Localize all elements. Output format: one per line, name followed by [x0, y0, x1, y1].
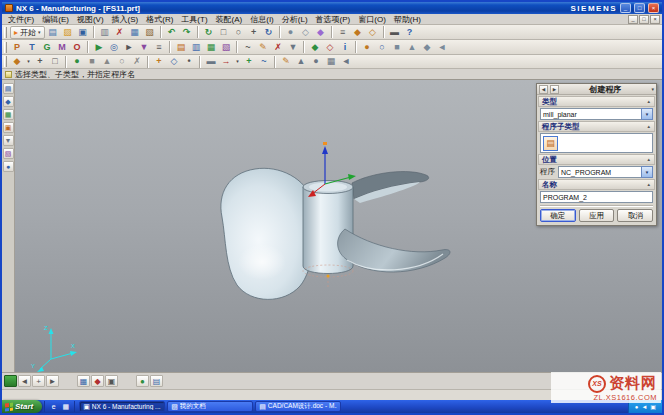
- simulate-machine-icon[interactable]: ►: [122, 41, 136, 54]
- toolbar-grip[interactable]: [4, 42, 7, 53]
- type-combo-dropdown-icon[interactable]: ▼: [641, 108, 653, 120]
- show-hide-icon[interactable]: ○: [375, 41, 389, 54]
- fit-view-icon[interactable]: □: [217, 26, 231, 39]
- copy-icon[interactable]: ▦: [128, 26, 142, 39]
- open-icon[interactable]: ▨: [61, 26, 75, 39]
- point-constructor-icon[interactable]: •: [182, 55, 196, 68]
- pan-icon[interactable]: +: [247, 26, 261, 39]
- save-icon[interactable]: ▣: [76, 26, 90, 39]
- menu-item[interactable]: 窗口(O): [354, 14, 390, 25]
- window-icon[interactable]: ▬: [388, 26, 402, 39]
- quick-launch-ie-icon[interactable]: e: [48, 401, 59, 412]
- snap-enable-icon[interactable]: ●: [70, 55, 84, 68]
- caret-icon[interactable]: ▾: [234, 55, 241, 68]
- mirror-icon[interactable]: ◄: [339, 55, 353, 68]
- ime-keyboard-icon[interactable]: ▦: [77, 375, 90, 387]
- operation-navigator-icon[interactable]: ▣: [3, 122, 14, 133]
- tray-volume-icon[interactable]: ◄: [641, 404, 647, 410]
- create-tool-icon[interactable]: T: [25, 41, 39, 54]
- ime-settings-icon[interactable]: ▣: [105, 375, 118, 387]
- method-view-icon[interactable]: ▧: [219, 41, 233, 54]
- location-section-header[interactable]: 位置 ▲: [538, 154, 655, 165]
- program-subtype-icon[interactable]: ▤: [543, 136, 558, 151]
- tray-antivirus-icon[interactable]: ●: [635, 404, 639, 410]
- isometric-view-icon[interactable]: ◆: [420, 41, 434, 54]
- close-button[interactable]: ×: [648, 3, 659, 13]
- mdi-minimize-button[interactable]: _: [628, 15, 638, 24]
- create-operation-icon[interactable]: O: [70, 41, 84, 54]
- mdi-restore-button[interactable]: □: [639, 15, 649, 24]
- pattern-icon[interactable]: ▦: [324, 55, 338, 68]
- create-geometry-icon[interactable]: G: [40, 41, 54, 54]
- generate-toolpath-icon[interactable]: ▶: [92, 41, 106, 54]
- orient-view-icon[interactable]: ◆: [314, 26, 328, 39]
- show-toolpath-icon[interactable]: ~: [241, 41, 255, 54]
- post-process-icon[interactable]: ▼: [137, 41, 151, 54]
- reuse-library-icon[interactable]: ▧: [3, 148, 14, 159]
- endpoint-snap-icon[interactable]: ■: [85, 55, 99, 68]
- vector-icon[interactable]: →: [219, 55, 233, 68]
- tray-network-icon[interactable]: ▣: [650, 403, 656, 410]
- verify-toolpath-icon[interactable]: ◎: [107, 41, 121, 54]
- center-snap-icon[interactable]: ○: [115, 55, 129, 68]
- menu-item[interactable]: 分析(L): [278, 14, 312, 25]
- plane-icon[interactable]: ▬: [204, 55, 218, 68]
- name-input[interactable]: PROGRAM_2: [540, 191, 653, 203]
- menu-item[interactable]: 信息(I): [246, 14, 278, 25]
- snap-point-icon[interactable]: ◇: [366, 26, 380, 39]
- maximize-button[interactable]: □: [634, 3, 645, 13]
- ime-mode-icon[interactable]: +: [32, 375, 45, 387]
- object-display-icon[interactable]: ●: [360, 41, 374, 54]
- propeller-model[interactable]: [221, 168, 450, 299]
- start-button[interactable]: Start: [2, 400, 42, 413]
- hole-icon[interactable]: ●: [309, 55, 323, 68]
- midpoint-snap-icon[interactable]: ▲: [100, 55, 114, 68]
- taskbar-task[interactable]: ▤ CAD/CAM设计.doc - M...: [255, 401, 341, 412]
- edit-toolpath-icon[interactable]: ✎: [256, 41, 270, 54]
- dialog-options-icon[interactable]: ▾: [651, 86, 654, 92]
- information-icon[interactable]: i: [338, 41, 352, 54]
- ime-symbol-icon[interactable]: ◆: [91, 375, 104, 387]
- program-combo-dropdown-icon[interactable]: ▼: [641, 166, 653, 178]
- toolbar-grip[interactable]: [4, 56, 7, 67]
- shaded-view-icon[interactable]: ●: [284, 26, 298, 39]
- caret-icon[interactable]: ▾: [25, 55, 32, 68]
- zoom-icon[interactable]: ○: [232, 26, 246, 39]
- start-application-button[interactable]: ▸ 开始 ▾: [10, 26, 45, 39]
- history-palette-icon[interactable]: ●: [3, 161, 14, 172]
- program-order-view-icon[interactable]: ▤: [174, 41, 188, 54]
- sketch-icon[interactable]: ✎: [279, 55, 293, 68]
- cue-icon-blue[interactable]: ▤: [150, 375, 163, 387]
- machine-tool-view-icon[interactable]: ▥: [189, 41, 203, 54]
- ime-next-icon[interactable]: ►: [46, 375, 59, 387]
- measure-distance-icon[interactable]: ◆: [308, 41, 322, 54]
- undo-icon[interactable]: ↶: [165, 26, 179, 39]
- assembly-navigator-icon[interactable]: ▤: [3, 83, 14, 94]
- menu-item[interactable]: 装配(A): [212, 14, 247, 25]
- mdi-close-button[interactable]: ×: [650, 15, 660, 24]
- cue-icon-green[interactable]: ●: [136, 375, 149, 387]
- intersection-snap-icon[interactable]: ✗: [130, 55, 144, 68]
- menu-item[interactable]: 编辑(E): [38, 14, 73, 25]
- curve-icon[interactable]: ~: [257, 55, 271, 68]
- refresh-view-icon[interactable]: ↻: [202, 26, 216, 39]
- cut-icon[interactable]: ✗: [113, 26, 127, 39]
- menu-item[interactable]: 工具(T): [177, 14, 211, 25]
- menu-item[interactable]: 文件(F): [4, 14, 38, 25]
- type-filter-icon[interactable]: ◆: [10, 55, 24, 68]
- redo-icon[interactable]: ↷: [180, 26, 194, 39]
- quick-launch-desktop-icon[interactable]: ▦: [60, 401, 71, 412]
- ime-language-icon[interactable]: [4, 375, 17, 387]
- extrude-icon[interactable]: ▲: [294, 55, 308, 68]
- menu-item[interactable]: 帮助(H): [390, 14, 425, 25]
- tool-display-icon[interactable]: ▼: [286, 41, 300, 54]
- back-icon[interactable]: ◀: [539, 85, 548, 94]
- menu-item[interactable]: 格式(R): [142, 14, 177, 25]
- cancel-button[interactable]: 取消: [617, 209, 653, 222]
- layer-settings-icon[interactable]: ≡: [336, 26, 350, 39]
- part-navigator-icon[interactable]: ▦: [3, 109, 14, 120]
- list-output-icon[interactable]: ≡: [152, 41, 166, 54]
- selection-filter-icon[interactable]: ◆: [351, 26, 365, 39]
- create-method-icon[interactable]: M: [55, 41, 69, 54]
- constraint-navigator-icon[interactable]: ◆: [3, 96, 14, 107]
